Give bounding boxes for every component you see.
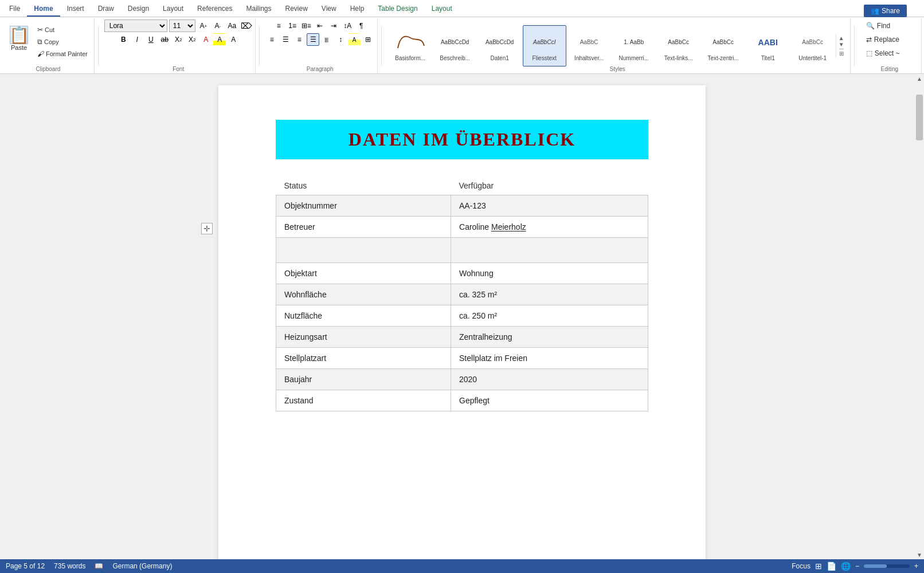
tab-review[interactable]: Review	[279, 2, 315, 17]
tab-view[interactable]: View	[315, 2, 343, 17]
styles-scroll-up[interactable]: ▲ ▼ ⊞	[836, 34, 847, 58]
document-area: ✛ DATEN IM ÜBERBLICK Status Verfügbar Ob…	[0, 74, 924, 573]
bold-button[interactable]: B	[117, 33, 130, 46]
paste-icon: 📋	[10, 26, 28, 44]
clear-formatting-button[interactable]: ⌦	[240, 19, 253, 32]
font-color2-button[interactable]: A	[227, 33, 240, 46]
underline-button[interactable]: U	[144, 33, 157, 46]
font-group: Lora 11 A+ A- Aa ⌦ B I U ab X2 X2	[102, 18, 256, 73]
font-family-select[interactable]: Lora	[104, 19, 167, 32]
web-layout-icon[interactable]: 🌐	[841, 562, 851, 571]
table-cell-objektnummer-value: AA-123	[451, 195, 648, 217]
decrease-font-button[interactable]: A-	[212, 19, 224, 32]
divider-font-para	[259, 26, 260, 66]
cut-icon: ✂	[37, 26, 43, 34]
highlight-color-button[interactable]: A	[213, 33, 226, 46]
vertical-scrollbar[interactable]: ▲ ▼	[915, 74, 924, 559]
select-button[interactable]: ⬚ Select ~	[861, 47, 918, 60]
style-item-text-links[interactable]: AaBbCc Text-links...	[657, 25, 700, 66]
editing-group: 🔍 Find ⇄ Replace ⬚ Select ~ Editing	[858, 18, 922, 73]
scroll-down-arrow[interactable]: ▼	[915, 551, 924, 559]
table-cell-stellplatzart-label: Stellplatzart	[276, 348, 451, 369]
line-spacing-button[interactable]: ↕	[334, 33, 347, 46]
status-icon-book[interactable]: 📖	[95, 562, 103, 570]
tab-layout[interactable]: Layout	[156, 2, 190, 17]
scrollbar-thumb[interactable]	[916, 95, 923, 140]
focus-label[interactable]: Focus	[792, 562, 811, 570]
increase-indent-button[interactable]: ⇥	[327, 19, 340, 32]
subscript-button[interactable]: X2	[172, 33, 185, 46]
numbering-button[interactable]: 1≡	[286, 19, 299, 32]
style-item-fliesstext[interactable]: AaBbCcI Fliesstext	[523, 25, 566, 66]
zoom-out-icon[interactable]: −	[855, 562, 859, 570]
style-item-titel1[interactable]: AABI Titel1	[746, 25, 790, 66]
paste-button[interactable]: 📋 Paste	[6, 19, 32, 64]
page-info: Page 5 of 12	[6, 562, 45, 570]
italic-button[interactable]: I	[131, 33, 143, 46]
change-case-button[interactable]: Aa	[226, 19, 238, 32]
multilevel-list-button[interactable]: ⊞≡	[300, 19, 312, 32]
cut-button[interactable]: ✂ Cut	[34, 24, 91, 36]
borders-button[interactable]: ⊞	[362, 33, 374, 46]
table-cell-empty-label	[276, 238, 451, 263]
tab-help[interactable]: Help	[343, 2, 371, 17]
replace-button[interactable]: ⇄ Replace	[861, 33, 918, 46]
table-row: Heizungsart Zentralheizung	[276, 327, 648, 348]
font-color-button[interactable]: A	[199, 33, 212, 46]
read-mode-icon[interactable]: 📄	[827, 562, 836, 571]
style-item-inhaltsver[interactable]: AaBbC Inhaltsver...	[567, 25, 611, 66]
increase-font-button[interactable]: A+	[197, 19, 210, 32]
zoom-in-icon[interactable]: +	[914, 562, 918, 570]
strikethrough-button[interactable]: ab	[158, 33, 171, 46]
table-cell-empty-value	[451, 238, 648, 263]
format-painter-button[interactable]: 🖌 Format Painter	[34, 48, 91, 60]
show-formatting-button[interactable]: ¶	[355, 19, 367, 32]
tab-home[interactable]: Home	[27, 2, 60, 17]
tab-file[interactable]: File	[2, 2, 27, 17]
find-button[interactable]: 🔍 Find	[861, 19, 918, 32]
table-cell-nutzflaeche-value: ca. 250 m²	[451, 305, 648, 327]
share-button[interactable]: 👥 Share	[864, 5, 907, 17]
style-preview-untertitel1: AaBbCc	[794, 31, 831, 54]
tab-mailings[interactable]: Mailings	[239, 2, 278, 17]
tab-insert[interactable]: Insert	[60, 2, 91, 17]
style-item-text-zentri[interactable]: AaBbCc Text-zentri...	[702, 25, 745, 66]
table-cell-wohnflaeche-value: ca. 325 m²	[451, 284, 648, 305]
style-preview-nummerri: 1. AaBb	[616, 31, 652, 54]
align-left-button[interactable]: ≡	[265, 33, 278, 46]
format-painter-icon: 🖌	[37, 50, 44, 58]
bullets-button[interactable]: ≡	[272, 19, 285, 32]
style-item-beschreib[interactable]: AaBbCcDd Beschreib...	[433, 25, 477, 66]
tab-design[interactable]: Design	[121, 2, 156, 17]
table-cell-objektart-label: Objektart	[276, 263, 451, 284]
sort-button[interactable]: ↕A	[341, 19, 354, 32]
decrease-indent-button[interactable]: ⇤	[314, 19, 326, 32]
scroll-up-arrow[interactable]: ▲	[915, 74, 924, 83]
tab-table-design[interactable]: Table Design	[371, 2, 424, 17]
align-center-button[interactable]: ☰	[279, 33, 292, 46]
copy-button[interactable]: ⧉ Copy	[34, 36, 91, 48]
tab-layout2[interactable]: Layout	[425, 2, 459, 17]
style-item-nummerri[interactable]: 1. AaBb Nummerri...	[612, 25, 656, 66]
layout-view-icon[interactable]: ⊞	[815, 562, 822, 571]
tab-draw[interactable]: Draw	[91, 2, 121, 17]
divider-para-styles	[381, 26, 382, 66]
table-move-handle[interactable]: ✛	[201, 223, 213, 234]
superscript-button[interactable]: X2	[186, 33, 198, 46]
justify-button[interactable]: ☰	[307, 33, 319, 46]
align-right-button[interactable]: ≡	[293, 33, 306, 46]
zoom-slider[interactable]	[864, 564, 910, 568]
style-item-untertitel1[interactable]: AaBbCc Untertitel-1	[791, 25, 835, 66]
data-table: Status Verfügbar Objektnummer AA-123 Bet…	[276, 176, 648, 411]
word-count: 735 words	[54, 562, 85, 570]
shading-button[interactable]: A	[348, 33, 361, 46]
style-item-basisform[interactable]: Basisform...	[389, 25, 432, 66]
tab-references[interactable]: References	[190, 2, 239, 17]
language[interactable]: German (Germany)	[112, 562, 172, 570]
style-item-daten1[interactable]: AaBbCcDd Daten1	[478, 25, 522, 66]
columns-button[interactable]: ⫼	[320, 33, 333, 46]
table-cell-objektnummer-label: Objektnummer	[276, 195, 451, 217]
style-preview-daten1: AaBbCcDd	[481, 31, 518, 54]
font-size-select[interactable]: 11	[169, 19, 195, 32]
ribbon-body: 📋 Paste ✂ Cut ⧉ Copy 🖌 Format Painter	[0, 17, 924, 73]
